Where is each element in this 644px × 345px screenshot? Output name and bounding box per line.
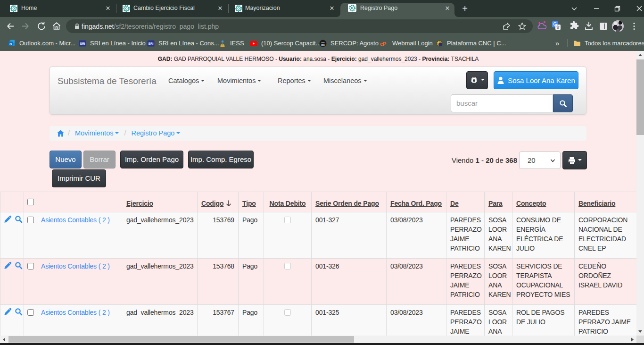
svg-text:文: 文 <box>556 25 560 30</box>
svg-text:cP: cP <box>380 41 386 46</box>
svg-text:SRI: SRI <box>80 42 85 45</box>
svg-text:SRI: SRI <box>149 42 154 45</box>
svg-text:m: m <box>321 42 324 46</box>
svg-text:o: o <box>9 41 12 46</box>
